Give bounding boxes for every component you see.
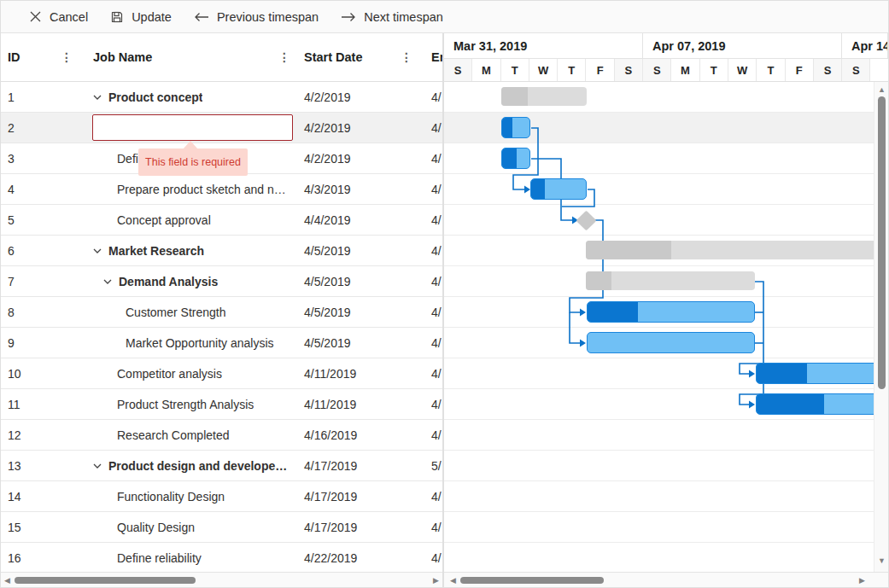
grid-hscroll-thumb[interactable]: [15, 577, 196, 584]
taskbar[interactable]: [530, 178, 587, 200]
taskbar[interactable]: [501, 117, 530, 138]
scroll-down-icon[interactable]: ▼: [878, 557, 886, 565]
cell-job-name: Functionality Design: [78, 490, 295, 504]
cell-start-date: 4/3/2019: [295, 183, 418, 196]
taskbar-layer: [444, 82, 874, 573]
taskbar-progress: [586, 271, 611, 290]
table-row[interactable]: 14Functionality Design4/17/20194/: [1, 481, 442, 512]
chart-content: [444, 82, 874, 573]
table-row[interactable]: 13Product design and developement4/17/20…: [1, 451, 442, 481]
cell-start-date: 4/17/2019: [295, 490, 418, 504]
chevron-down-icon[interactable]: [93, 248, 102, 253]
cell-end-date: 4/: [418, 121, 442, 135]
grid-header: ID ⋮ Job Name ⋮ Start Date ⋮ End Date: [1, 33, 442, 82]
cell-end-date: 4/: [418, 244, 442, 258]
close-icon: [29, 10, 42, 23]
scroll-up-icon[interactable]: ▲: [878, 86, 886, 94]
chevron-down-icon[interactable]: [93, 95, 102, 100]
chart-vscroll-thumb[interactable]: [878, 96, 886, 389]
parent-taskbar[interactable]: [586, 241, 874, 259]
column-header-end-date[interactable]: End Date: [418, 33, 442, 81]
table-row[interactable]: 12Research Completed4/16/20194/: [1, 420, 442, 451]
column-header-start-date[interactable]: Start Date ⋮: [295, 33, 418, 81]
cell-job-name: Product concept: [78, 90, 295, 104]
cell-start-date: 4/5/2019: [295, 244, 418, 258]
grid-horizontal-scrollbar[interactable]: ◀ ▶: [1, 572, 442, 587]
cell-id: 11: [1, 398, 78, 411]
cell-job-name: Customer Strength: [78, 306, 295, 319]
cell-id: 15: [1, 521, 78, 534]
cell-id: 8: [1, 306, 78, 319]
update-button[interactable]: Update: [99, 4, 183, 30]
gantt-app: Cancel Update Previous timespan Next tim…: [0, 0, 889, 588]
cell-end-date: 4/: [418, 183, 442, 196]
scroll-left-icon[interactable]: ◀: [4, 577, 10, 585]
column-menu-icon[interactable]: ⋮: [278, 50, 290, 64]
parent-taskbar[interactable]: [501, 87, 587, 106]
table-row[interactable]: 7Demand Analysis4/5/20194/: [1, 266, 442, 297]
taskbar[interactable]: [587, 301, 755, 323]
column-header-id[interactable]: ID ⋮: [1, 33, 78, 81]
taskbar[interactable]: [587, 332, 755, 353]
scrollbar-corner: [874, 572, 888, 587]
timeline-day-cell: F: [786, 59, 814, 82]
table-row[interactable]: 10Competitor analysis4/11/20194/: [1, 358, 442, 389]
cell-id: 16: [1, 551, 78, 565]
scroll-right-icon[interactable]: ▶: [859, 577, 865, 585]
timeline-day-cell: S: [643, 59, 671, 82]
chart-hscroll-thumb[interactable]: [460, 577, 604, 584]
scroll-right-icon[interactable]: ▶: [433, 577, 439, 585]
cell-job-name: Product Strength Analysis: [78, 398, 295, 411]
cell-job-name: Quality Design: [78, 521, 295, 534]
cell-end-date: 4/: [418, 336, 442, 350]
previous-timespan-button[interactable]: Previous timespan: [183, 4, 330, 30]
scroll-left-icon[interactable]: ◀: [450, 577, 456, 585]
parent-taskbar[interactable]: [586, 271, 755, 290]
chevron-down-icon[interactable]: [93, 463, 102, 469]
table-row[interactable]: 4Prepare product sketch and notes4/3/201…: [1, 174, 442, 205]
cell-start-date: 4/5/2019: [295, 306, 418, 319]
timeline-week-tier: Mar 31, 2019 Apr 07, 2019 Apr 14, 2019: [444, 33, 888, 59]
cell-job-name: Competitor analysis: [78, 367, 295, 381]
taskbar[interactable]: [756, 363, 874, 384]
taskbar-progress: [531, 179, 545, 199]
table-row[interactable]: 15Quality Design4/17/20194/: [1, 512, 442, 543]
taskbar[interactable]: [756, 393, 874, 415]
chart-horizontal-scrollbar[interactable]: ◀ ▶: [444, 572, 874, 587]
table-row[interactable]: 1Product concept4/2/20194/: [1, 82, 442, 113]
table-row[interactable]: 9Market Opportunity analysis4/5/20194/: [1, 328, 442, 358]
cell-id: 2: [1, 121, 78, 135]
taskbar[interactable]: [501, 148, 530, 169]
column-header-job-name[interactable]: Job Name ⋮: [78, 33, 295, 81]
timeline-day-cell: M: [671, 59, 699, 82]
cancel-button[interactable]: Cancel: [18, 4, 99, 30]
table-row[interactable]: 5Concept approval4/4/20194/: [1, 205, 442, 236]
milestone-diamond[interactable]: [576, 210, 596, 230]
column-menu-icon[interactable]: ⋮: [401, 50, 412, 64]
job-name-edit-input[interactable]: [92, 114, 293, 141]
cell-start-date: 4/11/2019: [295, 367, 418, 381]
table-row[interactable]: 11Product Strength Analysis4/11/20194/: [1, 389, 442, 420]
validation-tooltip: This field is required: [138, 148, 248, 176]
chart-vertical-scrollbar[interactable]: ▲ ▼: [874, 82, 888, 573]
cell-start-date: 4/16/2019: [295, 428, 418, 442]
cell-id: 9: [1, 336, 78, 350]
timeline-day-cell: T: [558, 59, 586, 82]
timeline-day-cell: W: [728, 59, 757, 82]
chevron-down-icon[interactable]: [103, 279, 112, 284]
timeline-day-cell: W: [529, 59, 558, 82]
cell-start-date: 4/2/2019: [295, 121, 418, 135]
column-menu-icon[interactable]: ⋮: [61, 50, 73, 64]
taskbar-progress: [586, 241, 671, 259]
timeline-day-cell: S: [444, 59, 472, 82]
table-row[interactable]: 16Define reliability4/22/20194/: [1, 543, 442, 573]
cell-job-name: Define reliability: [78, 551, 295, 565]
cell-start-date: 4/17/2019: [295, 459, 418, 473]
toolbar: Cancel Update Previous timespan Next tim…: [1, 1, 888, 33]
previous-timespan-label: Previous timespan: [217, 10, 319, 24]
table-row[interactable]: 6Market Research4/5/20194/: [1, 236, 442, 266]
next-timespan-button[interactable]: Next timespan: [330, 4, 454, 30]
cell-start-date: 4/17/2019: [295, 521, 418, 534]
table-row[interactable]: 8Customer Strength4/5/20194/: [1, 297, 442, 328]
next-timespan-label: Next timespan: [364, 10, 443, 24]
